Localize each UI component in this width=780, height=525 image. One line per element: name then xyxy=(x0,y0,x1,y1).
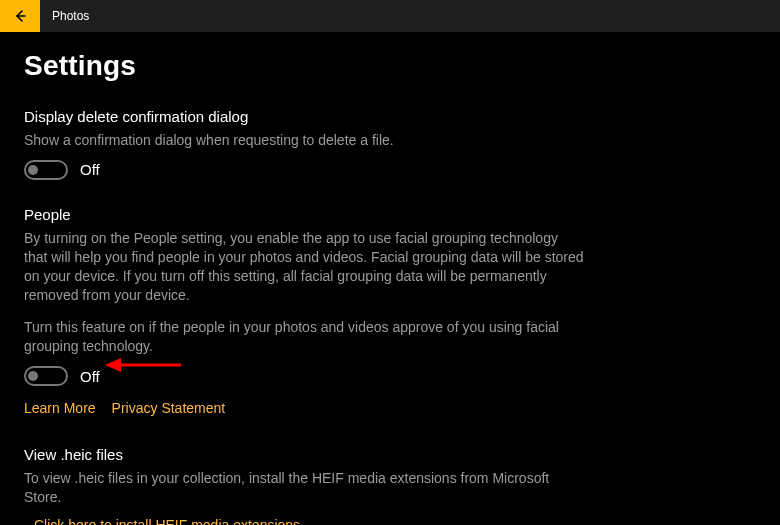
learn-more-link[interactable]: Learn More xyxy=(24,400,96,416)
privacy-statement-link[interactable]: Privacy Statement xyxy=(112,400,226,416)
delete-confirm-title: Display delete confirmation dialog xyxy=(24,108,756,125)
install-heif-link[interactable]: Click here to install HEIF media extensi… xyxy=(34,517,300,525)
people-desc: By turning on the People setting, you en… xyxy=(24,229,584,305)
heic-title: View .heic files xyxy=(24,446,756,463)
section-delete-confirm: Display delete confirmation dialog Show … xyxy=(24,108,756,180)
people-toggle[interactable] xyxy=(24,366,68,386)
people-links: Learn More Privacy Statement xyxy=(24,400,756,416)
back-button[interactable] xyxy=(0,0,40,32)
titlebar: Photos xyxy=(0,0,780,32)
heic-desc: To view .heic files in your collection, … xyxy=(24,469,584,507)
toggle-knob-icon xyxy=(28,371,38,381)
toggle-knob-icon xyxy=(28,165,38,175)
section-heic: View .heic files To view .heic files in … xyxy=(24,446,756,525)
delete-confirm-toggle[interactable] xyxy=(24,160,68,180)
back-arrow-icon xyxy=(12,8,28,24)
delete-confirm-toggle-label: Off xyxy=(80,161,100,178)
app-title: Photos xyxy=(52,9,89,23)
page-title: Settings xyxy=(24,50,756,82)
settings-content: Settings Display delete confirmation dia… xyxy=(0,32,780,525)
delete-confirm-desc: Show a confirmation dialog when requesti… xyxy=(24,131,584,150)
section-people: People By turning on the People setting,… xyxy=(24,206,756,416)
people-title: People xyxy=(24,206,756,223)
people-desc2: Turn this feature on if the people in yo… xyxy=(24,318,596,356)
people-toggle-label: Off xyxy=(80,368,100,385)
